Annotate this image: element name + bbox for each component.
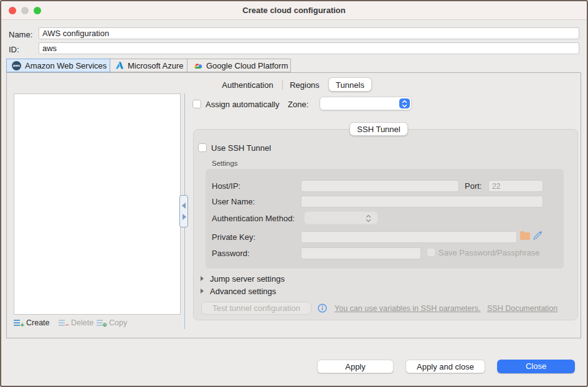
apply-and-close-button[interactable]: Apply and close [405,360,485,373]
close-button[interactable]: Close [497,360,575,373]
copy-list-icon: ⊕ [97,319,107,327]
tab-label: Amazon Web Services [25,61,107,70]
copy-button[interactable]: ⊕ Copy [97,318,127,328]
test-tunnel-configuration-button[interactable]: Test tunnel configuration [201,302,311,315]
create-cloud-configuration-dialog: Create cloud configuration Name: ID: aws… [0,0,588,387]
id-input[interactable] [39,42,579,54]
advanced-settings-label[interactable]: Advanced settings [210,287,276,296]
save-password-checkbox[interactable] [427,248,435,257]
private-key-label: Private Key: [212,232,255,242]
create-button[interactable]: + Create [14,318,50,328]
tab-label: Google Cloud Platform [206,61,288,70]
dropdown-chevrons-icon [366,214,371,222]
title-bar: Create cloud configuration [1,1,587,20]
jump-server-disclosure-icon[interactable] [201,276,204,281]
ssh-documentation-link[interactable]: SSH Documentation [487,304,557,313]
authentication-method-label: Authentication Method: [212,214,295,223]
ssh-variables-hint-link[interactable]: You can use variables in SSH parameters. [334,304,480,313]
private-key-input[interactable] [301,231,517,243]
minus-icon: − [65,322,69,328]
tab-authentication[interactable]: Authentication [215,79,280,92]
password-label: Password: [212,249,250,258]
segment-divider [282,80,283,90]
host-ip-input[interactable] [301,180,459,192]
plus-icon: + [21,322,24,328]
tab-regions[interactable]: Regions [285,79,324,92]
delete-label: Delete [71,318,93,327]
collapse-right-icon [183,214,186,220]
tab-microsoft-azure[interactable]: Microsoft Azure [110,59,187,72]
gcp-icon [192,62,202,70]
use-ssh-tunnel-checkbox[interactable] [198,143,207,152]
collapse-left-icon [182,203,186,209]
aws-icon-text: aws [13,64,20,67]
browse-folder-icon[interactable] [520,232,530,240]
name-label: Name: [9,30,32,39]
id-label: ID: [9,45,19,54]
info-icon [318,303,327,313]
create-list-icon: + [14,319,24,327]
copy-label: Copy [109,318,127,327]
zone-dropdown[interactable] [320,97,412,110]
user-name-label: User Name: [212,197,255,206]
authentication-method-dropdown[interactable] [304,211,378,224]
password-input[interactable] [301,247,421,259]
azure-icon [115,61,124,70]
assign-automatically-label: Assign automatically [206,100,280,109]
apply-button[interactable]: Apply [317,360,394,373]
tab-google-cloud-platform[interactable]: Google Cloud Platform [187,59,291,72]
aws-icon: aws [12,61,21,70]
zone-label: Zone: [288,100,308,109]
jump-server-settings-label[interactable]: Jump server settings [210,274,285,284]
cloud-instances-list[interactable] [14,93,181,315]
assign-automatically-checkbox[interactable] [192,100,201,108]
window-title: Create cloud configuration [1,6,587,15]
dropdown-stepper-icon [399,98,410,108]
splitter-collapse-handle[interactable] [179,195,188,227]
delete-button[interactable]: − Delete [59,318,93,328]
tab-amazon-web-services[interactable]: aws Amazon Web Services [6,59,110,72]
name-input[interactable] [39,27,579,39]
settings-title: Settings [212,160,238,167]
tab-label: Microsoft Azure [128,61,184,70]
plus-circle-icon: ⊕ [102,322,107,328]
save-password-label: Save Password/Passphrase [439,248,540,257]
create-label: Create [26,318,50,327]
delete-list-icon: − [59,319,69,327]
use-ssh-tunnel-label: Use SSH Tunnel [211,143,271,153]
host-ip-label: Host/IP: [212,181,240,191]
port-label: Port: [465,181,481,191]
edit-pencil-icon[interactable] [533,230,543,241]
tab-tunnels[interactable]: Tunnels [328,77,372,92]
advanced-disclosure-icon[interactable] [201,289,204,294]
user-name-input[interactable] [301,196,543,208]
ssh-tunnel-group-title: SSH Tunnel [349,122,408,136]
port-input[interactable] [488,180,543,192]
